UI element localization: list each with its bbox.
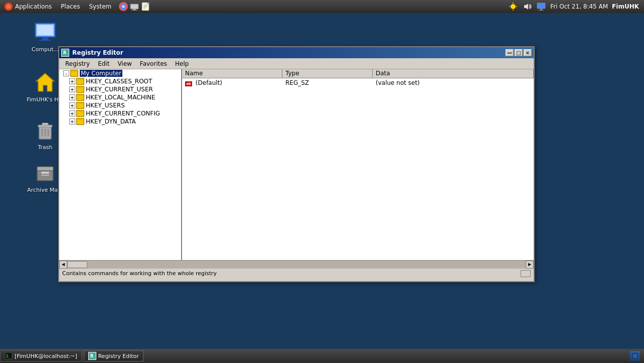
svg-rect-28 bbox=[38, 125, 52, 127]
tree-expand-root[interactable]: - bbox=[63, 70, 69, 76]
tree-expand-hklm[interactable]: + bbox=[69, 94, 75, 100]
tree-item-hkcc[interactable]: + HKEY_CURRENT_CONFIG bbox=[59, 109, 181, 117]
folder-icon-hku bbox=[76, 102, 84, 109]
col-data-header: Data bbox=[373, 69, 534, 78]
reg-value-icon: ab bbox=[185, 81, 192, 86]
svg-rect-29 bbox=[42, 123, 48, 125]
menu-favorites[interactable]: Favorites bbox=[136, 59, 171, 68]
firefox-icon[interactable] bbox=[118, 2, 128, 12]
tree-hklm-label: HKEY_LOCAL_MACHINE bbox=[86, 94, 155, 101]
statusbar: Contains commands for working with the w… bbox=[59, 268, 534, 278]
applications-menu[interactable]: Applications bbox=[0, 1, 56, 12]
tree-item-hklm[interactable]: + HKEY_LOCAL_MACHINE bbox=[59, 93, 181, 101]
username: FimUHK bbox=[612, 3, 639, 10]
taskbar-end-button[interactable] bbox=[630, 351, 640, 361]
system-menu[interactable]: System bbox=[85, 2, 115, 11]
tree-expand-hkdd[interactable]: + bbox=[69, 118, 75, 125]
tree-root-label: My Computer bbox=[80, 70, 122, 77]
tree-expand-hkcr[interactable]: + bbox=[69, 78, 75, 84]
tree-hku-label: HKEY_USERS bbox=[86, 102, 125, 109]
system-label: System bbox=[89, 3, 111, 10]
tree-panel[interactable]: - My Computer + HKEY_CLASSES_ROOT bbox=[59, 69, 182, 260]
tree-item-hkdd[interactable]: + HKEY_DYN_DATA bbox=[59, 117, 181, 126]
weather-icon[interactable] bbox=[508, 2, 518, 12]
data-header: Name Type Data bbox=[182, 69, 534, 78]
archive-icon bbox=[33, 161, 57, 185]
col-name-header: Name bbox=[182, 69, 282, 78]
trash-icon bbox=[33, 118, 57, 142]
places-menu[interactable]: Places bbox=[57, 2, 84, 11]
svg-rect-20 bbox=[539, 10, 544, 11]
volume-icon[interactable] bbox=[522, 2, 532, 12]
tree-expand-hkcu[interactable]: + bbox=[69, 86, 75, 92]
svg-point-12 bbox=[511, 4, 516, 9]
svg-rect-36 bbox=[41, 175, 49, 176]
registry-taskbar-button[interactable]: R Registry Editor bbox=[84, 350, 143, 361]
menu-registry[interactable]: Registry bbox=[61, 59, 94, 68]
horizontal-scrollbar[interactable]: ◀ ▶ bbox=[59, 260, 534, 268]
terminal-taskbar-button[interactable]: $_ [FimUHK@localhost:~] bbox=[0, 350, 82, 361]
window-title: Registry Editor bbox=[72, 49, 506, 56]
tree-hkcr-label: HKEY_CLASSES_ROOT bbox=[86, 78, 152, 85]
taskbar-bottom-right bbox=[630, 351, 644, 361]
resize-handle[interactable] bbox=[521, 270, 531, 277]
tree-expand-hkcc[interactable]: + bbox=[69, 110, 75, 116]
svg-rect-5 bbox=[130, 4, 138, 9]
tree-item-root[interactable]: - My Computer bbox=[59, 69, 181, 77]
tree-item-hku[interactable]: + HKEY_USERS bbox=[59, 101, 181, 109]
svg-rect-35 bbox=[41, 172, 49, 174]
display-icon[interactable] bbox=[536, 2, 546, 12]
tree-expand-hku[interactable]: + bbox=[69, 102, 75, 108]
taskbar-top: Applications Places System bbox=[0, 0, 644, 13]
svg-rect-18 bbox=[537, 3, 545, 9]
svg-rect-25 bbox=[39, 40, 51, 41]
menu-view[interactable]: View bbox=[113, 59, 135, 68]
notepad-icon[interactable] bbox=[140, 2, 150, 12]
minimize-button[interactable]: — bbox=[506, 49, 514, 56]
folder-icon-root bbox=[70, 70, 78, 77]
window-titlebar: R Registry Editor — □ ✕ bbox=[59, 47, 534, 58]
maximize-button[interactable]: □ bbox=[515, 49, 523, 56]
folder-icon-hkcu bbox=[76, 86, 84, 93]
folder-icon-hklm bbox=[76, 94, 84, 101]
data-rows[interactable]: ab (Default) REG_SZ (value not set) bbox=[182, 78, 534, 260]
svg-point-1 bbox=[7, 5, 11, 9]
scroll-thumb[interactable] bbox=[67, 261, 87, 268]
terminal-button-label: [FimUHK@localhost:~] bbox=[15, 353, 77, 359]
data-row-default[interactable]: ab (Default) REG_SZ (value not set) bbox=[182, 78, 534, 87]
svg-rect-19 bbox=[540, 9, 542, 10]
home-icon bbox=[33, 70, 57, 94]
data-row-name-label: (Default) bbox=[196, 79, 222, 86]
window-main-content: - My Computer + HKEY_CLASSES_ROOT bbox=[59, 69, 534, 260]
apps-icon bbox=[4, 2, 13, 11]
statusbar-text: Contains commands for working with the w… bbox=[62, 270, 217, 277]
computer-label: Comput... bbox=[32, 46, 59, 53]
scroll-track[interactable] bbox=[67, 261, 526, 269]
window-menubar: Registry Edit View Favorites Help bbox=[59, 58, 534, 69]
registry-taskbar-label: Registry Editor bbox=[98, 353, 139, 359]
svg-point-4 bbox=[122, 5, 125, 8]
taskbar-bottom: $_ [FimUHK@localhost:~] R Registry Edito… bbox=[0, 349, 644, 363]
tree-item-hkcr[interactable]: + HKEY_CLASSES_ROOT bbox=[59, 77, 181, 85]
scroll-left-button[interactable]: ◀ bbox=[59, 261, 67, 269]
svg-text:R: R bbox=[63, 51, 66, 55]
archive-label: Archive Ma... bbox=[27, 187, 63, 193]
network-icon[interactable] bbox=[129, 2, 139, 12]
svg-rect-44 bbox=[633, 354, 637, 358]
data-cell-name: ab (Default) bbox=[182, 79, 282, 87]
menu-edit[interactable]: Edit bbox=[94, 59, 113, 68]
svg-text:R: R bbox=[90, 354, 93, 358]
places-label: Places bbox=[61, 3, 80, 10]
taskbar-reg-icon: R bbox=[88, 352, 96, 360]
svg-marker-26 bbox=[36, 73, 54, 91]
close-button[interactable]: ✕ bbox=[524, 49, 532, 56]
svg-rect-24 bbox=[42, 37, 48, 40]
tree-item-hkcu[interactable]: + HKEY_CURRENT_USER bbox=[59, 85, 181, 93]
svg-marker-17 bbox=[524, 4, 528, 10]
scroll-right-button[interactable]: ▶ bbox=[526, 261, 534, 269]
tree-hkdd-label: HKEY_DYN_DATA bbox=[86, 118, 136, 125]
col-type-header: Type bbox=[282, 69, 373, 78]
terminal-icon: $_ bbox=[5, 352, 13, 360]
svg-rect-6 bbox=[133, 9, 136, 10]
menu-help[interactable]: Help bbox=[171, 59, 193, 68]
